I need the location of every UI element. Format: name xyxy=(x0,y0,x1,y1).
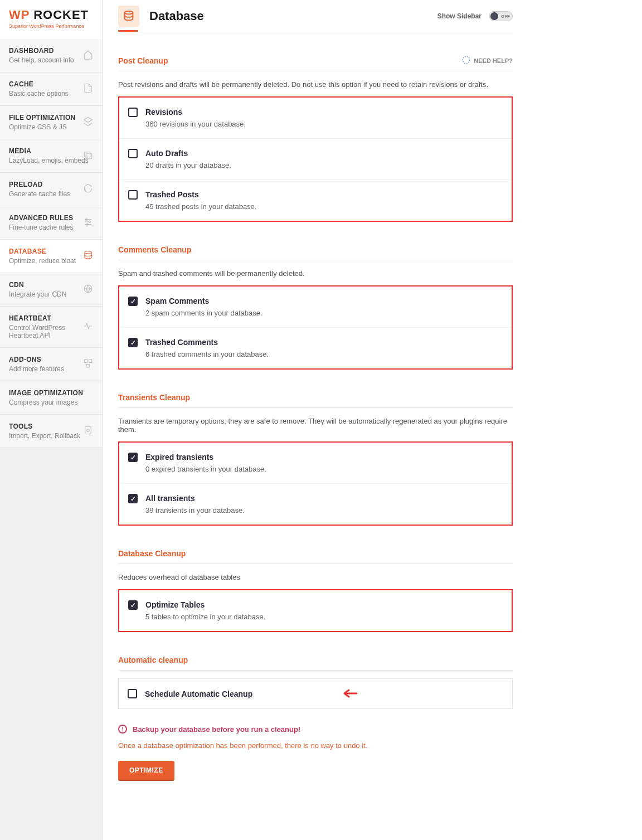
transients-cleanup-box: ✓ Expired transients 0 expired transient… xyxy=(118,441,513,526)
nav-subtitle: Get help, account info xyxy=(9,56,93,64)
option-checkbox[interactable]: ✓ xyxy=(128,494,138,503)
option-row: Trashed Posts 45 trashed posts in your d… xyxy=(119,180,512,221)
option-row: Auto Drafts 20 drafts in your database. xyxy=(119,139,512,180)
schedule-checkbox[interactable] xyxy=(128,689,137,698)
option-subtitle: 20 drafts in your database. xyxy=(145,161,503,169)
option-checkbox[interactable] xyxy=(128,149,138,158)
svg-rect-10 xyxy=(84,360,87,362)
nav-item-cache[interactable]: CACHE Basic cache options xyxy=(0,72,102,106)
nav-item-add-ons[interactable]: ADD-ONS Add more features xyxy=(0,348,102,381)
option-subtitle: 360 revisions in your database. xyxy=(145,120,503,128)
help-link[interactable]: NEED HELP? xyxy=(462,56,513,65)
nav-title: TOOLS xyxy=(9,423,93,430)
section-post-cleanup: Post Cleanup NEED HELP? Post revisions a… xyxy=(118,56,513,222)
section-desc: Reduces overhead of database tables xyxy=(118,573,513,581)
page-title: Database xyxy=(149,9,204,23)
option-subtitle: 45 trashed posts in your database. xyxy=(145,202,503,211)
nav-item-cdn[interactable]: CDN Integrate your CDN xyxy=(0,273,102,307)
nav-item-heartbeat[interactable]: HEARTBEAT Control WordPress Heartbeat AP… xyxy=(0,307,102,348)
section-comments-cleanup: Comments Cleanup Spam and trashed commen… xyxy=(118,245,513,370)
section-title: Post Cleanup xyxy=(118,56,168,65)
main-content: Database Show Sidebar OFF Post Cleanup xyxy=(103,0,528,840)
layers-icon xyxy=(83,116,93,129)
section-automatic-cleanup: Automatic cleanup Schedule Automatic Cle… xyxy=(118,656,513,709)
option-checkbox[interactable]: ✓ xyxy=(128,297,138,306)
nav-subtitle: LazyLoad, emojis, embeds xyxy=(9,157,93,164)
logo-wp: WP xyxy=(9,8,30,22)
option-row: ✓ Spam Comments 2 spam comments in your … xyxy=(119,287,512,328)
svg-rect-13 xyxy=(85,426,91,434)
nav-subtitle: Add more features xyxy=(9,365,93,373)
option-row: ✓ Trashed Comments 6 trashed comments in… xyxy=(119,328,512,368)
nav-title: DASHBOARD xyxy=(9,47,93,55)
option-subtitle: 0 expired transients in your database. xyxy=(145,465,503,473)
option-title: All transients xyxy=(145,494,503,503)
sidebar-toggle[interactable]: OFF xyxy=(489,11,513,21)
nav-item-file-optimization[interactable]: FILE OPTIMIZATION Optimize CSS & JS xyxy=(0,106,102,139)
svg-point-14 xyxy=(87,429,90,431)
section-title: Database Cleanup xyxy=(118,549,186,558)
nav-item-tools[interactable]: TOOLS Import, Export, Rollback xyxy=(0,415,102,448)
nav-item-image-optimization[interactable]: IMAGE OPTIMIZATION Compress your images xyxy=(0,381,102,415)
nav-subtitle: Basic cache options xyxy=(9,90,93,98)
nav-title: IMAGE OPTIMIZATION xyxy=(9,389,93,397)
option-checkbox[interactable]: ✓ xyxy=(128,453,138,462)
option-subtitle: 39 transients in your database. xyxy=(145,506,503,514)
svg-rect-11 xyxy=(89,360,92,362)
sidebar: WP ROCKET Superior WordPress Performance… xyxy=(0,0,103,840)
nav-subtitle: Integrate your CDN xyxy=(9,290,93,298)
logo-rocket: ROCKET xyxy=(30,8,89,22)
option-checkbox[interactable]: ✓ xyxy=(128,600,138,610)
option-row: Revisions 360 revisions in your database… xyxy=(119,98,512,139)
nav-item-media[interactable]: MEDIA LazyLoad, emojis, embeds xyxy=(0,139,102,173)
nav-item-database[interactable]: DATABASE Optimize, reduce bloat xyxy=(0,240,102,273)
section-title: Automatic cleanup xyxy=(118,656,188,664)
warning-message: ! Backup your database before you run a … xyxy=(118,725,513,734)
nav-subtitle: Generate cache files xyxy=(9,190,93,198)
warning-icon: ! xyxy=(118,725,127,734)
option-row: ✓ Optimize Tables 5 tables to optimize i… xyxy=(119,590,512,631)
section-database-cleanup: Database Cleanup Reduces overhead of dat… xyxy=(118,549,513,632)
file-icon xyxy=(83,83,93,95)
section-transients-cleanup: Transients Cleanup Transients are tempor… xyxy=(118,393,513,526)
logo-tagline: Superior WordPress Performance xyxy=(9,23,93,29)
section-title: Transients Cleanup xyxy=(118,393,190,402)
schedule-cleanup-row: Schedule Automatic Cleanup xyxy=(118,678,513,709)
arrow-annotation xyxy=(343,686,359,702)
globe-icon xyxy=(83,284,93,296)
option-checkbox[interactable] xyxy=(128,190,138,200)
option-title: Expired transients xyxy=(145,453,503,462)
heartbeat-icon xyxy=(83,321,93,333)
option-title: Auto Drafts xyxy=(145,149,503,158)
page-header: Database Show Sidebar OFF xyxy=(118,6,513,30)
svg-rect-0 xyxy=(84,152,90,157)
nav-item-dashboard[interactable]: DASHBOARD Get help, account info xyxy=(0,39,102,72)
option-checkbox[interactable]: ✓ xyxy=(128,338,138,347)
nav-title: PRELOAD xyxy=(9,181,93,188)
nav-subtitle: Optimize, reduce bloat xyxy=(9,257,93,265)
tool-icon xyxy=(83,425,93,438)
option-checkbox[interactable] xyxy=(128,108,138,117)
option-title: Optimize Tables xyxy=(145,600,503,609)
nav-subtitle: Optimize CSS & JS xyxy=(9,123,93,131)
option-title: Trashed Posts xyxy=(145,190,503,199)
svg-point-8 xyxy=(85,251,91,254)
nav-title: ADD-ONS xyxy=(9,356,93,363)
section-desc: Transients are temporary options; they a… xyxy=(118,417,513,434)
section-desc: Spam and trashed comments will be perman… xyxy=(118,269,513,278)
option-row: ✓ Expired transients 0 expired transient… xyxy=(119,443,512,484)
logo: WP ROCKET Superior WordPress Performance xyxy=(0,0,102,39)
addons-icon xyxy=(83,358,93,371)
optimize-button[interactable]: OPTIMIZE xyxy=(118,761,174,780)
nav-title: DATABASE xyxy=(9,247,93,255)
nav-title: HEARTBEAT xyxy=(9,314,93,322)
svg-rect-1 xyxy=(86,153,92,158)
schedule-cleanup-label: Schedule Automatic Cleanup xyxy=(145,690,252,698)
option-subtitle: 2 spam comments in your database. xyxy=(145,309,503,317)
home-icon xyxy=(83,50,93,62)
nav-item-preload[interactable]: PRELOAD Generate cache files xyxy=(0,173,102,206)
section-desc: Post revisions and drafts will be perman… xyxy=(118,80,513,89)
database-icon xyxy=(118,6,139,27)
nav-item-advanced-rules[interactable]: ADVANCED RULES Fine-tune cache rules xyxy=(0,206,102,240)
option-title: Trashed Comments xyxy=(145,338,503,347)
